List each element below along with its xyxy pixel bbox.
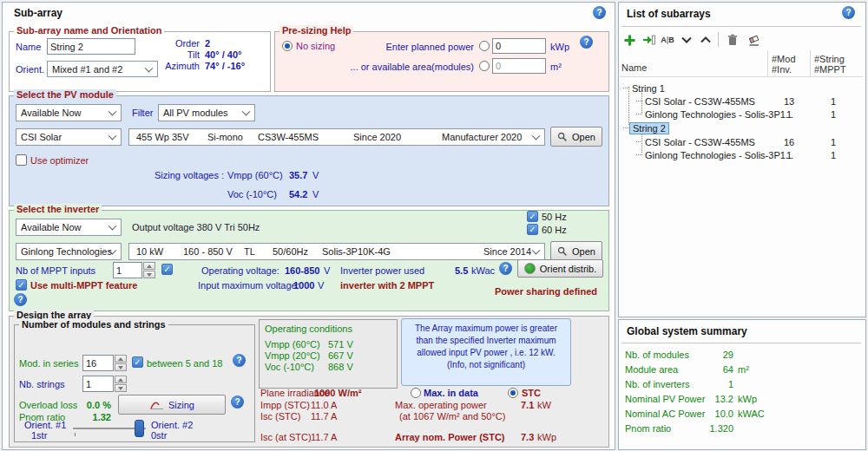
oc-row-value: 667 V: [328, 350, 353, 362]
order-value: 2: [205, 38, 210, 49]
subarray-name-input[interactable]: [47, 38, 135, 55]
mppt-spin-down[interactable]: [143, 271, 155, 278]
voc-label: Voc (-10°C): [227, 189, 277, 200]
multi-mppt-checkbox[interactable]: ✓: [16, 279, 27, 291]
inverter-section-title: Select the inverter: [14, 204, 102, 214]
pv-module-combo[interactable]: 455 Wp 35V Si-mono CS3W-455MS Since 2020…: [128, 128, 545, 146]
array-nom-power-label: Array nom. Power (STC): [395, 432, 505, 443]
inv-spec-since: Since 2014: [483, 246, 531, 257]
nb-strings-spin-up[interactable]: [115, 376, 127, 383]
inverter-manufacturer-select[interactable]: Ginlong Technologies: [16, 243, 122, 260]
name-label: Name: [16, 42, 41, 53]
pv-spec-tech: Si-mono: [207, 132, 243, 142]
col-header-inv: #Inv.: [772, 64, 792, 75]
60hz-checkbox[interactable]: ✓: [527, 224, 538, 235]
modules-strings-group-title: Number of modules and strings: [19, 319, 168, 330]
mod-series-label: Mod. in series: [19, 358, 78, 369]
tree-row-module[interactable]: CSI Solar - CS3W-455MS: [636, 137, 755, 148]
planned-power-radio[interactable]: [479, 41, 490, 51]
orient-slider-handle[interactable]: [135, 420, 144, 437]
nb-strings-spin-down[interactable]: [115, 384, 127, 392]
summary-row-value: 1: [668, 379, 733, 390]
stc-label: STC: [522, 388, 541, 399]
pv-module-section-title: Select the PV module: [14, 89, 116, 100]
summary-row-unit: kWAC: [738, 409, 765, 420]
mod-series-spin-down[interactable]: [115, 363, 127, 371]
duplicate-subarray-icon[interactable]: [640, 32, 657, 48]
output-voltage-text: Output voltage 380 V Tri 50Hz: [132, 222, 260, 233]
pv-spec-model: CS3W-455MS: [258, 132, 319, 142]
inverter-power-used-label: Inverter power used: [340, 265, 424, 277]
orient-label: Orient.: [16, 64, 44, 75]
tree-cell-mod: 1: [777, 109, 801, 121]
inverter-availability-select[interactable]: Available Now: [16, 219, 122, 236]
orient-select[interactable]: Mixed #1 and #2: [47, 61, 158, 77]
area-radio[interactable]: [479, 61, 490, 71]
summary-row-unit: kWp: [738, 394, 757, 405]
mod-series-help-icon[interactable]: ?: [233, 354, 246, 367]
tree-row-inverter[interactable]: Ginlong Technologies - Solis-3P1...: [636, 150, 793, 161]
nb-strings-spinner[interactable]: [82, 376, 114, 392]
pv-manufacturer-select[interactable]: CSI Solar: [16, 128, 122, 146]
mod-series-spin-up[interactable]: [115, 355, 127, 363]
operating-conditions-title: Operating conditions: [265, 324, 352, 335]
inverter-combo[interactable]: 10 kW 160 - 850 V TL 50/60Hz Solis-3P10K…: [128, 243, 545, 260]
no-sizing-radio[interactable]: [282, 41, 293, 51]
multi-mppt-label: Use multi-MPPT feature: [30, 280, 137, 291]
azimuth-value: 74° / -16°: [205, 61, 245, 72]
sizing-button[interactable]: Sizing: [118, 395, 226, 415]
inverter-open-button[interactable]: Open: [550, 241, 602, 261]
mppt-inputs-spinner[interactable]: [113, 262, 142, 278]
summary-row-unit: m²: [738, 364, 749, 376]
voc-unit: V: [312, 189, 319, 200]
50hz-checkbox[interactable]: ✓: [527, 211, 538, 222]
oc-row-label: Voc (-10°C): [265, 362, 314, 373]
tree-row-string1[interactable]: String 1: [623, 83, 665, 95]
delete-subarray-icon[interactable]: [724, 32, 741, 48]
summary-row-value: 1.320: [668, 423, 733, 435]
pv-filter-select[interactable]: All PV modules: [158, 104, 255, 121]
orient2-value: 0str: [151, 430, 167, 441]
tree-cell-string: 1: [821, 109, 845, 121]
array-power-info-box: The Array maximum power is greater than …: [401, 318, 571, 386]
tree-cell-mod: 16: [777, 137, 801, 148]
mod-series-spinner[interactable]: [82, 355, 114, 371]
rename-subarray-icon[interactable]: A|B: [659, 32, 676, 48]
multi-mppt-help-icon[interactable]: ?: [14, 293, 27, 306]
max-in-data-radio[interactable]: [411, 388, 421, 398]
col-header-name: Name: [621, 62, 647, 74]
mppt-checkbox[interactable]: ✓: [161, 264, 173, 275]
planned-power-input[interactable]: [492, 38, 546, 54]
tree-row-string2-selected[interactable]: String 2: [623, 123, 669, 134]
col-header-mppt: #MPPT: [814, 64, 846, 75]
move-up-icon[interactable]: [697, 32, 714, 48]
power-used-help-icon[interactable]: ?: [499, 262, 512, 275]
mppt-spin-up[interactable]: [143, 262, 155, 270]
subarrays-help-icon[interactable]: ?: [842, 6, 855, 19]
planned-power-label: Enter planned power: [365, 42, 474, 53]
sizing-help-icon[interactable]: ?: [231, 395, 244, 409]
pnom-ratio-value: 1.32: [59, 412, 111, 423]
clear-subarrays-icon[interactable]: [745, 32, 762, 48]
orient-distrib-button[interactable]: Orient distrib.: [517, 259, 603, 278]
tree-row-inverter[interactable]: Ginlong Technologies - Solis-3P1...: [636, 109, 793, 121]
operating-voltage-unit: V: [324, 265, 330, 277]
stc-radio[interactable]: [508, 388, 518, 398]
tree-row-module[interactable]: CSI Solar - CS3W-455MS: [636, 96, 755, 108]
between-checkbox[interactable]: ✓: [132, 356, 143, 368]
header-divider: [620, 76, 863, 77]
pv-availability-select[interactable]: Available Now: [16, 104, 122, 121]
use-optimizer-checkbox[interactable]: [16, 154, 27, 166]
sizing-curve-icon: [149, 400, 164, 410]
subarray-help-icon[interactable]: ?: [593, 6, 606, 19]
presizing-group-title: Pre-sizing Help: [279, 25, 353, 36]
summary-row-value: 29: [668, 350, 733, 361]
voc-value: 54.2: [289, 189, 307, 200]
area-input[interactable]: [492, 58, 546, 74]
move-down-icon[interactable]: [678, 32, 695, 48]
no-sizing-label: No sizing: [296, 41, 335, 52]
add-subarray-icon[interactable]: [621, 32, 638, 48]
isc-at-stc-value: 11.7 A: [311, 432, 337, 443]
presizing-help-icon[interactable]: ?: [580, 36, 593, 49]
pv-open-button[interactable]: Open: [550, 127, 602, 147]
